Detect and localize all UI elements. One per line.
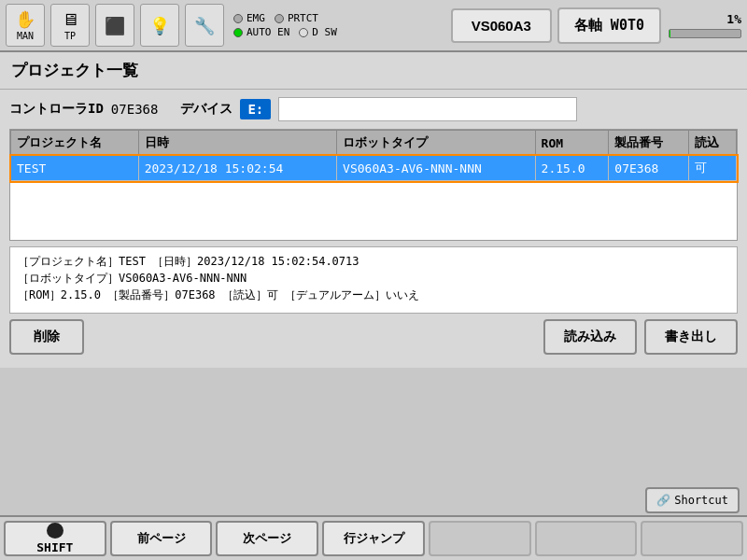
col-rom: ROM	[535, 131, 609, 156]
col-robot-type: ロボットタイプ	[337, 131, 535, 156]
bottom-bar: SHIFT 前ページ 次ページ 行ジャンプ	[0, 515, 747, 560]
axes-display: 各軸 W0T0	[557, 7, 661, 44]
percent-box: 1%	[667, 12, 741, 38]
prtct-label: PRTCT	[288, 12, 318, 24]
man-button[interactable]: ✋ MAN	[6, 4, 45, 47]
table-cell-5: 可	[688, 156, 736, 181]
bulb-icon: 💡	[149, 16, 170, 35]
table-cell-4: 07E368	[609, 156, 688, 181]
row-jump-label: 行ジャンプ	[344, 530, 404, 547]
shortcut-label: Shortcut	[674, 494, 728, 507]
percent-value: 1%	[726, 12, 741, 26]
empty-btn-2	[535, 521, 638, 556]
table-row[interactable]: TEST2023/12/18 15:02:54VS060A3-AV6-NNN-N…	[11, 156, 737, 181]
tp-button[interactable]: 🖥 TP	[50, 4, 90, 47]
col-datetime: 日時	[138, 131, 336, 156]
light-button[interactable]: 💡	[140, 4, 179, 47]
dsw-label: D SW	[312, 26, 337, 38]
col-project-name: プロジェクト名	[11, 131, 139, 156]
hand-icon: ✋	[15, 9, 35, 29]
controller-id-label: コントローラID	[9, 101, 104, 118]
next-page-label: 次ページ	[243, 530, 291, 547]
col-product-no: 製品番号	[609, 131, 688, 156]
shift-button[interactable]: SHIFT	[4, 521, 106, 556]
info-box: ［プロジェクト名］TEST ［日時］2023/12/18 15:02:54.07…	[9, 246, 738, 314]
info-line3: ［ROM］2.15.0 ［製品番号］07E368 ［読込］可 ［デュアルアーム］…	[18, 287, 729, 303]
shortcut-button[interactable]: 🔗 Shortcut	[645, 487, 740, 513]
info-line2: ［ロボットタイプ］VS060A3-AV6-NNN-NNN	[18, 270, 729, 287]
page-title: プロジェクト一覧	[0, 52, 747, 90]
table-body[interactable]: TEST2023/12/18 15:02:54VS060A3-AV6-NNN-N…	[11, 156, 737, 181]
tp-label: TP	[64, 31, 76, 41]
prtct-dot	[275, 14, 284, 23]
tool-button[interactable]: 🔧	[185, 4, 224, 47]
emg-label: EMG	[247, 12, 265, 24]
table-cell-2: VS060A3-AV6-NNN-NNN	[337, 156, 535, 181]
page-title-text: プロジェクト一覧	[11, 61, 138, 79]
project-table-container: プロジェクト名 日時 ロボットタイプ ROM 製品番号 読込 TEST2023/…	[9, 129, 738, 241]
percent-bar-fill	[669, 30, 670, 37]
empty-btn-1	[429, 521, 531, 556]
device-drive: E:	[240, 99, 271, 119]
main-content: コントローラID 07E368 デバイス E: プロジェクト名 日時 ロボットタ…	[0, 90, 747, 368]
write-button[interactable]: 書き出し	[644, 319, 738, 355]
delete-button[interactable]: 削除	[9, 319, 84, 355]
percent-bar-bg	[669, 29, 741, 38]
autoen-label: AUTO EN	[247, 26, 289, 38]
table-header-row: プロジェクト名 日時 ロボットタイプ ROM 製品番号 読込	[11, 131, 737, 156]
shift-label: SHIFT	[36, 540, 73, 554]
empty-btn-3	[641, 521, 743, 556]
table-cell-1: 2023/12/18 15:02:54	[138, 156, 336, 181]
shortcut-icon: 🔗	[656, 494, 670, 507]
man-label: MAN	[17, 31, 34, 41]
table-cell-3: 2.15.0	[535, 156, 609, 181]
info-line1: ［プロジェクト名］TEST ［日時］2023/12/18 15:02:54.07…	[18, 253, 729, 270]
prev-page-label: 前ページ	[137, 530, 186, 547]
tablet-icon: 🖥	[62, 9, 78, 29]
table-empty-area	[10, 181, 737, 237]
prev-page-button[interactable]: 前ページ	[110, 521, 213, 556]
emg-dot	[233, 14, 243, 23]
read-button[interactable]: 読み込み	[543, 319, 637, 355]
next-page-button[interactable]: 次ページ	[216, 521, 318, 556]
device-path-input[interactable]	[278, 97, 577, 121]
square-button[interactable]: ⬛	[95, 4, 134, 47]
project-table: プロジェクト名 日時 ロボットタイプ ROM 製品番号 読込 TEST2023/…	[10, 130, 737, 181]
controller-row: コントローラID 07E368 デバイス E:	[9, 97, 738, 121]
device-label: デバイス	[180, 101, 233, 118]
status-indicators: EMG PRTCT AUTO EN D SW	[233, 12, 337, 38]
stop-icon: ⬛	[105, 16, 125, 35]
table-cell-0: TEST	[11, 156, 139, 181]
shift-circle	[47, 523, 63, 539]
action-buttons-row: 削除 読み込み 書き出し	[9, 319, 738, 355]
tool-icon: 🔧	[194, 16, 215, 35]
row-jump-button[interactable]: 行ジャンプ	[322, 521, 425, 556]
controller-id-value: 07E368	[111, 102, 159, 117]
top-bar: ✋ MAN 🖥 TP ⬛ 💡 🔧 EMG PRTCT AUTO EN D SW …	[0, 0, 747, 52]
dsw-dot	[299, 28, 308, 37]
col-readable: 読込	[688, 131, 736, 156]
autoen-dot	[233, 28, 243, 37]
mode-button[interactable]: VS060A3	[451, 8, 552, 43]
